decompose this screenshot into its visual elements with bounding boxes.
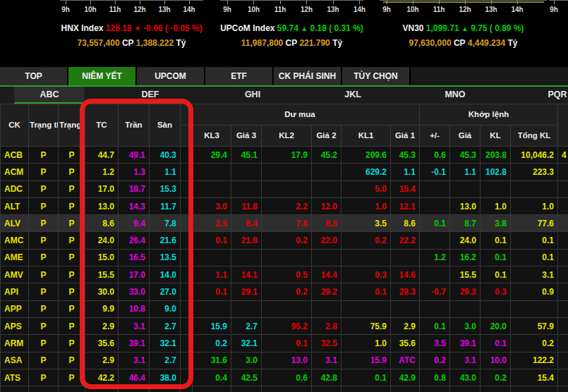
col-header-kl: KL xyxy=(481,125,511,147)
table-row-acm[interactable]: ACMPP1.21.31.1629.21.1-0.11.1102.8223.3 xyxy=(1,164,568,180)
matched-volume: 3.8 xyxy=(481,215,511,232)
bid-price-2 xyxy=(312,164,342,180)
empty-cell xyxy=(231,386,262,392)
table-row-alt[interactable]: ALTPP13.014.311.73.011.82.212.01.012.113… xyxy=(1,197,568,214)
stock-code[interactable]: API xyxy=(1,283,29,300)
bid-price-2: 3.1 xyxy=(312,352,342,369)
table-row-alv[interactable]: ALVPP8.69.47.82.58.47.68.53.58.60.18.73.… xyxy=(1,215,568,232)
alpha-tab-mno[interactable]: MNO xyxy=(445,90,465,99)
empty-cell xyxy=(391,386,420,392)
stock-code[interactable]: AMV xyxy=(1,267,29,283)
bid-price-3 xyxy=(231,164,262,180)
status-gd: P xyxy=(29,317,59,334)
matched-volume: 0.3 xyxy=(481,283,511,300)
tab-top[interactable]: TOP xyxy=(0,67,67,85)
tab-niem-yet[interactable]: NIÊM YẾT xyxy=(68,67,135,85)
table-row-arm[interactable]: ARMPP35.639.132.10.232.10.132.51.035.63.… xyxy=(1,335,568,352)
hnx-index-summary: HNX Index 126.18 ▼ -0.06 ( -0.05 %) 73,5… xyxy=(60,23,203,48)
table-row-amv[interactable]: AMVPP15.517.014.01.114.10.514.40.314.615… xyxy=(1,267,568,283)
index-quote-line: UPCoM Index 59.74 ▲ 0.18 ( 0.31 %) xyxy=(220,23,363,33)
matched-price xyxy=(450,180,481,197)
alpha-tab-ghi[interactable]: GHI xyxy=(245,90,260,99)
status-gd: P xyxy=(29,232,59,249)
tab-ck-phai-sinh[interactable]: CK PHÁI SINH xyxy=(274,67,341,85)
alpha-tab-def[interactable]: DEF xyxy=(142,90,159,99)
floor-price: 13.5 xyxy=(150,249,181,266)
up-arrow-icon: ▲ xyxy=(301,25,308,32)
stock-code[interactable]: ACB xyxy=(1,147,29,164)
stock-price-board: 9h10h11h12h13h14h 9h10h11h12h13h14h 9h10… xyxy=(0,0,568,392)
alpha-tab-pqr[interactable]: PQR xyxy=(548,90,567,99)
alpha-tab-jkl[interactable]: JKL xyxy=(344,90,361,99)
table-row-aps[interactable]: APSPP2.93.12.715.92.795.22.875.92.90.13.… xyxy=(1,317,568,334)
stock-code[interactable]: ASA xyxy=(1,352,29,369)
bid-price-1: 15.4 xyxy=(391,180,420,197)
bid-price-2 xyxy=(312,249,342,266)
stock-code[interactable]: APS xyxy=(1,317,29,334)
tab-bar-filler xyxy=(411,67,568,85)
ceiling-price: 9.4 xyxy=(119,215,150,232)
stock-code[interactable]: AME xyxy=(1,249,29,266)
col-header-change: +/- xyxy=(420,125,450,147)
tab-etf[interactable]: ETF xyxy=(205,67,272,85)
ref-price: 15.0 xyxy=(85,249,119,266)
tab-upcom[interactable]: UPCOM xyxy=(137,67,204,85)
time-axis-tick: 13h xyxy=(155,1,174,13)
stock-code[interactable]: APP xyxy=(1,300,29,317)
floor-price: 40.3 xyxy=(150,147,181,164)
table-row-acb[interactable]: ACBPP44.749.140.329.445.117.945.2209.645… xyxy=(1,147,568,164)
stock-code[interactable]: ACM xyxy=(1,164,29,180)
floor-price: 14.0 xyxy=(150,267,181,283)
bid-volume-3: 3.0 xyxy=(193,197,231,214)
spacer-cell xyxy=(181,197,193,214)
down-arrow-icon: ▼ xyxy=(134,25,141,32)
total-volume xyxy=(511,180,558,197)
bid-volume-3 xyxy=(193,180,231,197)
bid-volume-1: 209.6 xyxy=(342,147,391,164)
volume-unit: CP xyxy=(286,38,297,48)
bid-price-2: 14.4 xyxy=(312,267,342,283)
table-row-asa[interactable]: ASAPP2.93.12.731.63.013.03.115.9ATC0.23.… xyxy=(1,352,568,369)
stock-code[interactable]: ATS xyxy=(1,369,29,386)
empty-cell xyxy=(511,386,558,392)
matched-price: 29.3 xyxy=(450,283,481,300)
table-row-app[interactable]: APPPP9.910.89.0 xyxy=(1,300,568,317)
table-row-partial xyxy=(1,386,568,392)
vn30-chart-axis: 9h10h11h12h13h14h xyxy=(380,0,547,17)
stock-code[interactable]: ARM xyxy=(1,335,29,352)
time-axis-tick: 11h xyxy=(271,1,289,13)
tab-tuy-chon[interactable]: TÙY CHỌN xyxy=(342,67,409,85)
ceiling-price: 39.1 xyxy=(119,335,150,352)
total-volume: 10,046.2 xyxy=(511,147,558,164)
table-row-ame[interactable]: AMEPP15.016.513.51.216.20.10.1 xyxy=(1,249,568,266)
status-thq: P xyxy=(59,147,85,164)
floor-price: 27.0 xyxy=(150,283,181,300)
spacer-cell xyxy=(181,180,193,197)
stock-code[interactable]: ALT xyxy=(1,197,29,214)
alpha-tab-abc[interactable]: ABC xyxy=(14,87,84,104)
empty-cell xyxy=(558,386,568,392)
ref-price: 2.9 xyxy=(85,352,119,369)
spacer-cell xyxy=(181,352,193,369)
stock-code[interactable]: ALV xyxy=(1,215,29,232)
matched-price: 3.0 xyxy=(450,317,481,334)
price-change: 0.2 xyxy=(420,352,450,369)
time-axis-tick: 12h xyxy=(131,1,149,13)
table-row-amc[interactable]: AMCPP24.026.421.60.121.80.222.00.222.224… xyxy=(1,232,568,249)
table-row-adc[interactable]: ADCPP17.018.715.35.015.4 xyxy=(1,180,568,197)
time-axis-tick: 10h xyxy=(245,1,263,13)
volume-unit: CP xyxy=(454,38,465,48)
spacer-cell xyxy=(181,164,193,180)
col-header-ask-overflow xyxy=(558,104,568,147)
empty-cell xyxy=(181,386,193,392)
total-volume: 0.1 xyxy=(511,249,558,266)
bid-volume-1: 0.2 xyxy=(342,232,391,249)
table-row-api[interactable]: APIPP30.033.027.00.129.10.229.20.129.3-0… xyxy=(1,283,568,300)
bid-price-3: 45.1 xyxy=(231,147,262,164)
table-row-ats[interactable]: ATSPP42.246.438.00.442.50.642.80.142.90.… xyxy=(1,369,568,386)
col-header-floor: Sàn xyxy=(150,104,181,147)
stock-code[interactable]: ADC xyxy=(1,180,29,197)
floor-price: 15.3 xyxy=(150,180,181,197)
status-gd: P xyxy=(29,300,59,317)
stock-code[interactable]: AMC xyxy=(1,232,29,249)
